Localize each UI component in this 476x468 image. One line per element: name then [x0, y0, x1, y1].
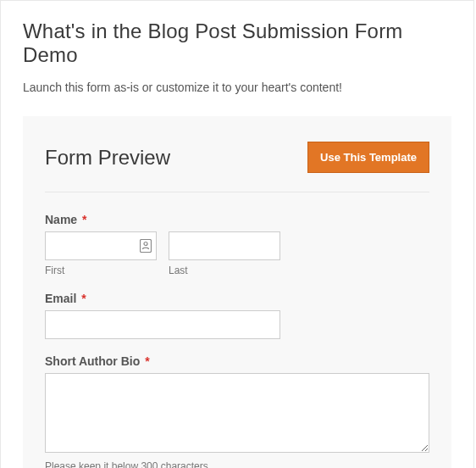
first-name-col: First	[45, 231, 157, 276]
last-name-col: Last	[169, 231, 280, 276]
last-name-sublabel: Last	[169, 265, 280, 276]
bio-block: Short Author Bio * Please keep it below …	[45, 354, 429, 468]
page-title: What's in the Blog Post Submission Form …	[23, 20, 451, 67]
use-template-button[interactable]: Use This Template	[307, 142, 429, 173]
bio-label-text: Short Author Bio	[45, 354, 140, 368]
bio-label: Short Author Bio *	[45, 354, 429, 368]
email-label: Email *	[45, 292, 429, 305]
form-preview-card: Form Preview Use This Template Name * Fi…	[23, 116, 451, 468]
first-name-sublabel: First	[45, 265, 157, 276]
name-row: First Last	[45, 231, 429, 276]
first-name-input[interactable]	[45, 231, 157, 260]
content-card: What's in the Blog Post Submission Form …	[0, 0, 474, 468]
required-marker: *	[82, 213, 86, 226]
bio-textarea[interactable]	[45, 373, 429, 453]
form-preview-title: Form Preview	[45, 146, 170, 170]
page-intro: Launch this form as-is or customize it t…	[23, 81, 451, 94]
required-marker: *	[145, 354, 149, 368]
form-header: Form Preview Use This Template	[45, 142, 429, 192]
name-label: Name *	[45, 213, 429, 226]
email-block: Email *	[45, 292, 429, 339]
last-name-input[interactable]	[169, 231, 280, 260]
required-marker: *	[81, 292, 86, 305]
bio-hint: Please keep it below 300 characters.	[45, 460, 429, 468]
name-label-text: Name	[45, 213, 77, 226]
email-label-text: Email	[45, 292, 76, 305]
email-input[interactable]	[45, 310, 280, 339]
